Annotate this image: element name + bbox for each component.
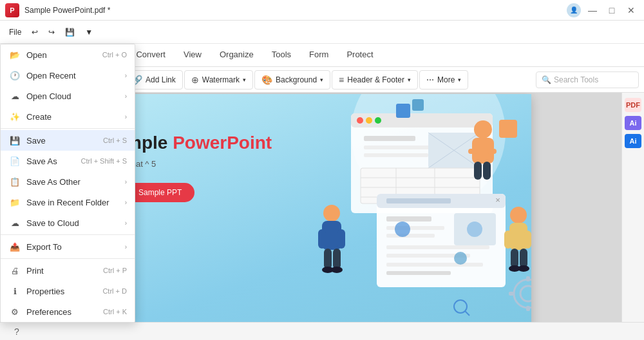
slide-title-red: PowerPoint	[173, 133, 272, 153]
svg-rect-39	[337, 229, 345, 249]
help-button[interactable]: ?	[8, 323, 26, 341]
slide-cta-button[interactable]: Sample PPT	[126, 183, 194, 202]
menu-item-save-recent[interactable]: 📁 Save in Recent Folder ›	[1, 192, 135, 212]
undo-button[interactable]: ↩	[28, 24, 42, 41]
save-cloud-icon: ☁	[8, 216, 21, 229]
title-bar: P Sample PowerPoint.pdf * 👤 — □ ✕	[0, 0, 644, 21]
right-icon-ai2[interactable]: Ai	[625, 134, 641, 148]
create-arrow: ›	[125, 113, 127, 120]
menu-save-as-label: Save As	[26, 156, 80, 166]
svg-rect-19	[386, 198, 451, 203]
nav-protect[interactable]: Protect	[337, 44, 382, 67]
watermark-button[interactable]: ⊕ Watermark ▾	[184, 70, 253, 90]
minimize-button[interactable]: —	[585, 3, 600, 18]
slide-canvas: mple PowerPoint Shat ^ 5 Sample PPT	[113, 94, 531, 339]
svg-rect-57	[509, 292, 514, 296]
save-icon: 💾	[8, 134, 21, 147]
svg-rect-7	[364, 153, 428, 157]
search-icon: 🔍	[542, 75, 551, 84]
redo-button[interactable]: ↪	[44, 24, 59, 41]
svg-rect-38	[318, 229, 326, 249]
menu-item-open[interactable]: 📂 Open Ctrl + O	[1, 44, 135, 65]
help-icon: ?	[14, 326, 19, 337]
svg-point-36	[323, 205, 340, 222]
export-arrow: ›	[125, 243, 127, 250]
menu-divider-3	[1, 258, 135, 259]
header-footer-button[interactable]: ≡ Header & Footer ▾	[332, 70, 418, 90]
slide-illustration: ×	[299, 94, 531, 339]
create-icon: ✨	[8, 110, 21, 123]
save-recent-arrow: ›	[125, 199, 127, 206]
open-recent-icon: 🕐	[8, 69, 21, 82]
menu-item-save-as[interactable]: 📄 Save As Ctrl + Shift + S	[1, 151, 135, 171]
menu-save-recent-label: Save in Recent Folder	[26, 198, 125, 207]
more-toolbar-button[interactable]: ▼	[81, 24, 97, 41]
file-dropdown-menu: 📂 Open Ctrl + O 🕐 Open Recent › ☁ Open C…	[0, 44, 135, 323]
menu-item-export[interactable]: 📤 Export To ›	[1, 236, 135, 257]
svg-rect-32	[468, 149, 478, 154]
background-icon: 🎨	[261, 75, 272, 85]
slide-svg: ×	[299, 94, 531, 339]
svg-rect-21	[386, 216, 431, 222]
open-recent-arrow: ›	[125, 72, 127, 79]
save-toolbar-button[interactable]: 💾	[61, 24, 79, 41]
menu-item-save-cloud[interactable]: ☁ Save to Cloud ›	[1, 212, 135, 233]
svg-point-44	[510, 207, 527, 223]
svg-rect-33	[487, 149, 497, 154]
nav-organize[interactable]: Organize	[211, 44, 263, 67]
svg-rect-26	[386, 245, 489, 249]
svg-rect-35	[483, 162, 491, 180]
header-footer-icon: ≡	[339, 75, 344, 85]
properties-icon: ℹ	[8, 285, 21, 298]
save-as-other-arrow: ›	[125, 178, 127, 185]
open-cloud-arrow: ›	[125, 93, 127, 100]
search-box[interactable]: 🔍 Search Tools	[536, 71, 639, 88]
menu-item-save[interactable]: 💾 Save Ctrl + S	[1, 130, 135, 151]
menu-item-properties[interactable]: ℹ Properties Ctrl + D	[1, 281, 135, 301]
menu-divider-2	[1, 234, 135, 235]
menu-save-as-shortcut: Ctrl + Shift + S	[80, 157, 127, 165]
menu-properties-shortcut: Ctrl + D	[102, 287, 127, 295]
more-edit-button[interactable]: ⋯ More ▾	[419, 70, 468, 90]
svg-rect-58	[499, 120, 517, 138]
nav-view[interactable]: View	[175, 44, 211, 67]
save-cloud-arrow: ›	[125, 220, 127, 227]
file-menu-button[interactable]: File	[5, 24, 25, 41]
menu-item-print[interactable]: 🖨 Print Ctrl + P	[1, 260, 135, 281]
svg-point-4	[375, 117, 381, 124]
export-icon: 📤	[8, 240, 21, 253]
menu-item-open-recent[interactable]: 🕐 Open Recent ›	[1, 65, 135, 86]
menu-print-label: Print	[26, 266, 103, 276]
menu-divider-1	[1, 128, 135, 129]
svg-point-53	[520, 286, 531, 301]
menu-item-save-as-other[interactable]: 📋 Save As Other ›	[1, 171, 135, 192]
svg-point-64	[454, 252, 467, 265]
svg-point-30	[474, 120, 492, 138]
status-bar: ?	[0, 322, 644, 340]
svg-rect-29	[386, 271, 451, 275]
close-button[interactable]: ✕	[623, 3, 639, 18]
svg-rect-23	[386, 234, 435, 238]
window-controls: 👤 — □ ✕	[567, 3, 639, 18]
avatar-icon[interactable]: 👤	[567, 3, 581, 17]
svg-rect-59	[396, 104, 410, 118]
menu-item-create[interactable]: ✨ Create ›	[1, 106, 135, 127]
svg-rect-48	[511, 249, 518, 268]
open-cloud-icon: ☁	[8, 90, 21, 102]
svg-point-2	[357, 117, 363, 124]
menu-create-label: Create	[26, 112, 125, 122]
right-icon-ai1[interactable]: Ai	[625, 116, 641, 130]
svg-text:×: ×	[495, 195, 500, 205]
background-button[interactable]: 🎨 Background ▾	[254, 70, 330, 90]
svg-rect-60	[412, 99, 424, 111]
right-icon-pdf[interactable]: PDF	[625, 98, 641, 112]
menu-item-preferences[interactable]: ⚙ Preferences Ctrl + K	[1, 301, 135, 322]
nav-tools[interactable]: Tools	[263, 44, 300, 67]
watermark-icon: ⊕	[191, 75, 199, 85]
nav-form[interactable]: Form	[300, 44, 337, 67]
menu-save-as-other-label: Save As Other	[26, 177, 125, 187]
svg-rect-49	[520, 249, 527, 268]
maximize-button[interactable]: □	[604, 3, 620, 18]
print-icon: 🖨	[8, 264, 21, 277]
menu-item-open-cloud[interactable]: ☁ Open Cloud ›	[1, 86, 135, 106]
